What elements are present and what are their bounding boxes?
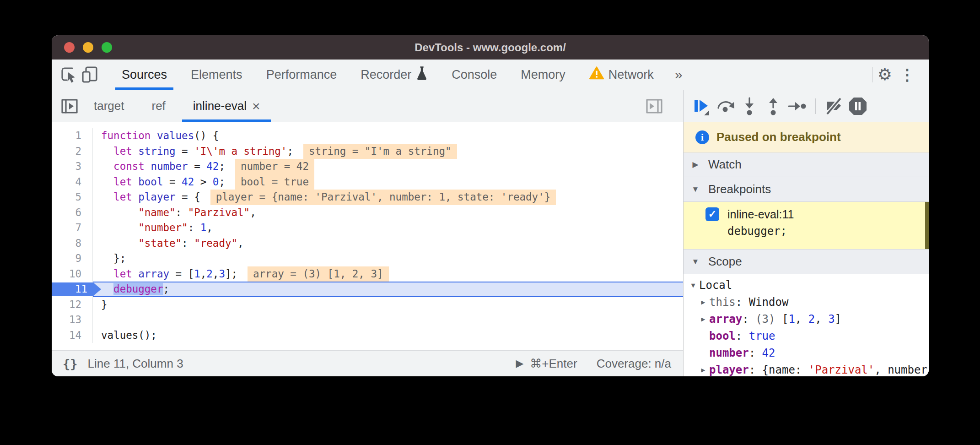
deactivate-breakpoints-button[interactable] — [822, 94, 846, 118]
line-number[interactable]: 6 — [52, 205, 93, 221]
inline-eval-hint: number = 42 — [235, 159, 314, 174]
code-line-4[interactable]: 4 let bool = 42 > 0;bool = true — [52, 174, 683, 190]
tab-label: Memory — [521, 68, 565, 82]
inline-eval-hint: array = (3) [1, 2, 3] — [248, 266, 388, 282]
code-line-14[interactable]: 14values(); — [52, 328, 683, 343]
breakpoint-code: debugger; — [727, 225, 929, 238]
code-line-content: "name": "Parzival", — [93, 205, 683, 221]
tab-elements[interactable]: Elements — [179, 60, 254, 90]
inline-eval-hint: string = "I'm a string" — [303, 144, 457, 159]
code-line-1[interactable]: 1function values() { — [52, 128, 683, 144]
code-line-content: let player = {player = {name: 'Parzival'… — [93, 190, 683, 205]
file-tab-inline-eval[interactable]: inline-eval× — [179, 90, 274, 122]
line-number[interactable]: 5 — [52, 190, 93, 205]
step-button[interactable] — [785, 94, 809, 118]
chevron-right-icon[interactable]: ▶ — [697, 311, 709, 328]
line-number[interactable]: 12 — [52, 297, 93, 313]
line-number[interactable]: 13 — [52, 312, 93, 328]
resume-script-button[interactable] — [690, 94, 714, 118]
file-tab-label: target — [94, 99, 124, 113]
scope-tree[interactable]: ▼Local▶this: Window▶array: (3) [1, 2, 3]… — [684, 274, 929, 376]
tab-label: Console — [452, 68, 497, 82]
scope-row[interactable]: ▶array: (3) [1, 2, 3] — [684, 311, 929, 328]
code-line-5[interactable]: 5 let player = {player = {name: 'Parziva… — [52, 190, 683, 205]
chevron-right-icon[interactable]: ▶ — [697, 294, 709, 311]
line-number[interactable]: 3 — [52, 159, 93, 174]
code-line-6[interactable]: 6 "name": "Parzival", — [52, 205, 683, 221]
scope-section-header[interactable]: ▼ Scope — [684, 250, 929, 274]
code-line-10[interactable]: 10 let array = [1,2,3];array = (3) [1, 2… — [52, 266, 683, 282]
code-line-7[interactable]: 7 "number": 1, — [52, 220, 683, 236]
chevron-right-icon[interactable]: ▶ — [697, 362, 709, 376]
code-line-8[interactable]: 8 "state": "ready", — [52, 236, 683, 251]
debugger-toolbar — [684, 90, 929, 122]
code-line-13[interactable]: 13 — [52, 312, 683, 328]
line-number[interactable]: 9 — [52, 251, 93, 266]
more-panels-button[interactable]: » — [666, 67, 692, 82]
tab-sources[interactable]: Sources — [110, 60, 179, 90]
kebab-menu-icon[interactable]: ⋮ — [892, 65, 922, 84]
line-number[interactable]: 11 — [52, 282, 93, 297]
coverage-status: Coverage: n/a — [597, 357, 671, 371]
inspect-element-icon[interactable] — [58, 64, 79, 85]
scope-row[interactable]: ▼Local — [684, 277, 929, 294]
line-number[interactable]: 14 — [52, 328, 93, 343]
scope-row[interactable]: bool: true — [684, 328, 929, 345]
line-number[interactable]: 7 — [52, 220, 93, 236]
breakpoints-section-label: Breakpoints — [708, 182, 771, 196]
inline-eval-hint: player = {name: 'Parzival', number: 1, s… — [210, 190, 556, 205]
tab-recorder[interactable]: Recorder — [349, 60, 440, 90]
line-number[interactable]: 2 — [52, 144, 93, 159]
tab-console[interactable]: Console — [440, 60, 509, 90]
tab-network[interactable]: Network — [577, 60, 666, 90]
step-out-button[interactable] — [761, 94, 785, 118]
tab-performance[interactable]: Performance — [254, 60, 349, 90]
show-debugger-sidebar-icon[interactable] — [644, 96, 665, 117]
code-line-3[interactable]: 3 const number = 42;number = 42 — [52, 159, 683, 174]
code-line-2[interactable]: 2 let string = 'I\'m a string';string = … — [52, 144, 683, 159]
code-line-content — [93, 312, 683, 328]
line-number[interactable]: 4 — [52, 174, 93, 190]
paused-banner: i Paused on breakpoint — [684, 122, 929, 152]
file-tab-label: ref — [152, 99, 166, 113]
run-snippet-icon[interactable]: ▶ — [516, 358, 523, 369]
settings-gear-icon[interactable]: ⚙ — [878, 65, 892, 84]
show-navigator-icon[interactable] — [59, 96, 80, 117]
cursor-position: Line 11, Column 3 — [88, 357, 183, 371]
device-toolbar-icon[interactable] — [79, 64, 100, 85]
breakpoints-section-header[interactable]: ▼ Breakpoints — [684, 177, 929, 202]
scope-row[interactable]: ▶player: {name: 'Parzival', number: 1, s… — [684, 362, 929, 376]
file-tab-target[interactable]: target — [80, 90, 138, 122]
step-into-button[interactable] — [738, 94, 761, 118]
pause-on-exceptions-button[interactable] — [846, 94, 870, 118]
chevron-down-icon[interactable]: ▼ — [687, 277, 699, 294]
code-line-9[interactable]: 9 }; — [52, 251, 683, 266]
breakpoint-checkbox[interactable]: ✓ — [705, 207, 719, 221]
code-line-12[interactable]: 12} — [52, 297, 683, 313]
code-line-11[interactable]: 11 debugger; — [52, 282, 683, 297]
code-line-content: let array = [1,2,3];array = (3) [1, 2, 3… — [93, 266, 683, 282]
breakpoint-entry[interactable]: ✓ inline-eval:11 debugger; — [684, 202, 929, 250]
line-number[interactable]: 10 — [52, 266, 93, 282]
scope-row[interactable]: ▶this: Window — [684, 294, 929, 311]
code-line-content: values(); — [93, 328, 683, 343]
code-line-content: function values() { — [93, 128, 683, 144]
tab-label: Network — [608, 68, 654, 82]
toolbar-divider — [105, 67, 105, 82]
tab-memory[interactable]: Memory — [509, 60, 577, 90]
pretty-print-icon[interactable]: {} — [63, 357, 78, 371]
line-number[interactable]: 8 — [52, 236, 93, 251]
flask-icon — [416, 66, 428, 84]
line-number[interactable]: 1 — [52, 128, 93, 144]
file-tab-ref[interactable]: ref — [138, 90, 179, 122]
watch-section-header[interactable]: ▶ Watch — [684, 152, 929, 177]
code-line-content: "number": 1, — [93, 220, 683, 236]
close-icon[interactable]: × — [252, 98, 260, 114]
code-editor[interactable]: 1function values() {2 let string = 'I\'m… — [52, 122, 683, 350]
toolbar-right: ⚙ ⋮ — [868, 65, 929, 84]
scope-row[interactable]: number: 42 — [684, 345, 929, 362]
code-line-content: }; — [93, 251, 683, 266]
devtools-window: DevTools - www.google.com/ SourcesElemen… — [52, 35, 929, 376]
step-over-button[interactable] — [714, 94, 738, 118]
chevron-down-icon: ▼ — [691, 257, 700, 266]
